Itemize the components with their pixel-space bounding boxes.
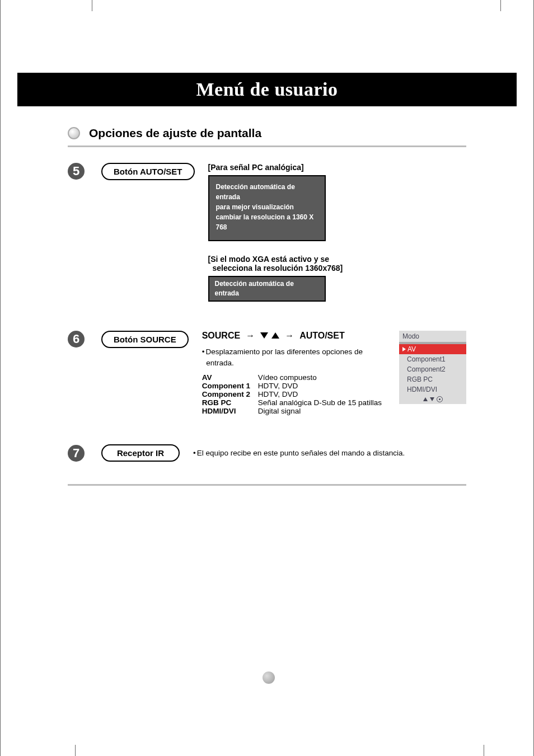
modo-item: Component2 [399,364,466,374]
analog-pc-heading: [Para señal PC analógica] [208,163,467,172]
enter-icon [437,396,443,402]
osd-line: para mejor visualización [216,202,315,212]
step-number-6: 6 [68,331,85,348]
source-table: AVVídeo compuesto Component 1HDTV, DVD C… [202,373,388,415]
triangle-down-icon [260,332,268,339]
modo-item: Component1 [399,354,466,364]
table-row: RGB PCSeñal analógica D-Sub de 15 patill… [202,398,388,407]
osd-line: Detección automática de entrada [216,182,315,202]
triangle-up-icon [271,332,279,339]
bullet-icon [68,127,80,139]
table-row: Component 1HDTV, DVD [202,382,388,390]
table-row: HDMI/DVIDigital signal [202,407,388,415]
bullet-char: • [193,449,196,457]
step-6: 6 Botón SOURCE SOURCE → → AUTO/SET •Desp… [68,331,466,416]
modo-footer [399,395,466,404]
crop-marks-bottom [1,741,533,756]
osd-line: cambiar la resolucion a 1360 X 768 [216,212,315,232]
divider [68,145,466,147]
page-title: Menú de usuario [196,79,338,100]
section-heading: Opciones de ajuste de pantalla [89,126,261,140]
divider [68,484,466,486]
triangle-down-icon [430,397,434,401]
osd-box-2: Detección automática de entrada [208,276,326,302]
modo-item-selected: AV [399,344,466,354]
modo-item: RGB PC [399,374,466,384]
arrow-right-icon: → [285,331,294,341]
button-label-source: Botón SOURCE [101,331,189,348]
modo-title: Modo [399,331,466,342]
step-5: 5 Botón AUTO/SET [Para señal PC analógic… [68,163,466,302]
crop-marks-top [17,0,517,17]
flow-autoset: AUTO/SET [299,331,345,341]
source-flow: SOURCE → → AUTO/SET [202,331,388,341]
flow-source: SOURCE [202,331,240,341]
xga-heading-2: selecciona la resolución 1360x768] [213,264,467,273]
step-number-5: 5 [68,163,85,180]
ir-text: El equipo recibe en este punto señales d… [197,449,405,457]
modo-item: HDMI/DVI [399,384,466,395]
table-row: Component 2HDTV, DVD [202,390,388,398]
modo-panel: Modo AV Component1 Component2 RGB PC HDM… [399,331,466,404]
page-number-dot [263,672,275,684]
osd-box-1: Detección automática de entrada para mej… [208,175,326,241]
step-7: 7 Receptor IR •El equipo recibe en este … [68,444,466,462]
step-number-7: 7 [68,445,85,462]
bullet-char: • [202,348,205,356]
source-description: •Desplazamiento por las diferentes opcio… [202,346,388,369]
triangle-up-icon [423,397,428,401]
arrow-right-icon: → [246,331,255,341]
button-label-ir: Receptor IR [101,444,180,462]
chevron-right-icon [402,347,406,351]
button-label-autoset: Botón AUTO/SET [101,163,195,180]
xga-heading-1: [Si el modo XGA está activo y se [208,255,467,264]
title-bar: Menú de usuario [17,73,517,106]
table-row: AVVídeo compuesto [202,373,388,382]
